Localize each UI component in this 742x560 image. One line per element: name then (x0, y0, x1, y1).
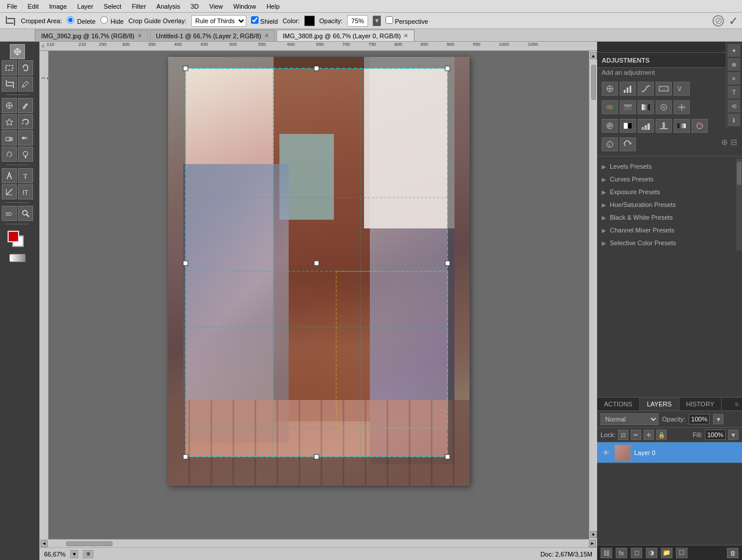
canvas-area[interactable] (49, 51, 589, 539)
opacity-arrow-btn[interactable]: ▼ (373, 16, 381, 26)
opacity-input[interactable] (347, 15, 368, 27)
quick-mask-mode[interactable] (9, 254, 26, 262)
preset-huesat[interactable]: ▶ Hue/Saturation Presets (597, 198, 742, 211)
text-tool[interactable]: T (18, 168, 33, 183)
crop-guide-dropdown[interactable]: Rule of Thirds (191, 15, 246, 27)
curves-btn[interactable] (638, 82, 654, 96)
panel-icon-6[interactable]: ℹ (728, 114, 740, 126)
menu-3d[interactable]: 3D (186, 2, 203, 11)
posterize-btn[interactable] (638, 119, 654, 133)
fill-value[interactable] (705, 430, 726, 440)
new-adj-layer-btn[interactable]: ◑ (646, 548, 657, 558)
tab-close-img3962[interactable]: ✕ (137, 32, 142, 39)
layer-visibility-btn[interactable]: 👁 (601, 448, 611, 458)
invert-btn[interactable] (620, 119, 636, 133)
delete-radio[interactable] (67, 16, 74, 24)
crop-tool[interactable] (2, 77, 17, 92)
zoom-icon[interactable]: ▼ (70, 550, 78, 558)
panel-icon-4[interactable]: T (728, 86, 740, 99)
tab-img3808[interactable]: IMG_3808.jpg @ 66,7% (Layer 0, RGB/8) ✕ (277, 30, 415, 41)
lock-position-btn[interactable]: ✛ (643, 430, 654, 440)
perspective-checkbox-label[interactable]: Perspective (385, 16, 428, 25)
preset-channelmixer[interactable]: ▶ Channel Mixer Presets (597, 224, 742, 237)
vibrance-btn[interactable]: V (674, 82, 690, 96)
blend-mode-select[interactable]: Normal (601, 413, 659, 425)
preset-exposure[interactable]: ▶ Exposure Presets (597, 186, 742, 198)
menu-window[interactable]: Window (229, 2, 261, 11)
eraser-tool[interactable] (2, 130, 17, 146)
selective-color-btn[interactable] (692, 119, 708, 133)
tab-close-untitled1[interactable]: ✕ (264, 32, 269, 39)
scroll-thumb[interactable] (591, 65, 596, 100)
menu-filter[interactable]: Filter (127, 2, 150, 11)
hide-radio-label[interactable]: Hide (100, 16, 124, 25)
confirm-crop-icon[interactable]: ✓ (729, 14, 739, 28)
scroll-track-h[interactable] (49, 541, 588, 547)
lasso-tool[interactable] (18, 60, 33, 75)
fit-to-screen-icon[interactable]: ⊞ (83, 550, 93, 558)
preset-levels[interactable]: ▶ Levels Presets (597, 160, 742, 173)
threshold-btn[interactable] (656, 119, 672, 133)
panel-icon-1[interactable]: ✦ (728, 44, 740, 57)
menu-image[interactable]: Image (45, 2, 72, 11)
menu-view[interactable]: View (205, 2, 228, 11)
shield-checkbox-label[interactable]: Shield (251, 16, 278, 25)
panel-icon-2[interactable]: ⊕ (728, 58, 740, 71)
preset-curves[interactable]: ▶ Curves Presets (597, 173, 742, 186)
marquee-tool[interactable] (2, 60, 17, 75)
scroll-down-btn[interactable]: ▼ (590, 531, 597, 538)
scroll-right-btn[interactable]: ► (589, 540, 596, 547)
tab-close-img3808[interactable]: ✕ (403, 32, 408, 39)
gradient-tool[interactable] (18, 130, 33, 146)
history-brush-tool[interactable] (18, 114, 33, 129)
gradient-map-btn[interactable] (674, 119, 690, 133)
opacity-value[interactable] (689, 414, 710, 424)
delete-radio-label[interactable]: Delete (67, 16, 96, 25)
menu-file[interactable]: File (2, 2, 22, 11)
brush-tool[interactable] (18, 98, 33, 113)
new-group-btn[interactable]: 📁 (661, 548, 672, 558)
panel-close-btn[interactable]: ≡ (732, 398, 742, 410)
opacity-arrow-small[interactable]: ▼ (713, 414, 723, 424)
dodge-tool[interactable] (18, 147, 33, 162)
heal-tool[interactable] (2, 98, 17, 113)
menu-edit[interactable]: Edit (23, 2, 43, 11)
vertical-scrollbar[interactable]: ▲ ▼ (589, 51, 597, 539)
add-mask-btn[interactable]: ◻ (631, 548, 642, 558)
eyedropper-tool[interactable] (18, 77, 33, 92)
move-tool[interactable] (10, 44, 25, 59)
panel-icon-5[interactable]: ⟲ (728, 100, 740, 112)
levels-btn[interactable] (620, 82, 636, 96)
bw-btn[interactable] (638, 100, 654, 114)
lock-transparent-btn[interactable]: ⊡ (618, 430, 628, 440)
tab-history[interactable]: HISTORY (679, 398, 722, 410)
exposure-btn[interactable] (656, 82, 672, 96)
color-lookup-btn[interactable] (602, 119, 618, 133)
lock-image-btn[interactable]: ✏ (631, 430, 641, 440)
type-tool[interactable]: IT (18, 184, 33, 199)
preset-bw[interactable]: ▶ Black & White Presets (597, 211, 742, 224)
menu-analysis[interactable]: Analysis (152, 2, 185, 11)
brightness-contrast-btn[interactable] (602, 82, 618, 96)
lock-all-btn[interactable]: 🔒 (656, 430, 667, 440)
add-style-btn[interactable]: fx (616, 548, 627, 558)
presets-scroll-thumb[interactable] (737, 162, 741, 185)
color-swatch[interactable] (304, 16, 315, 26)
foreground-color[interactable] (8, 231, 19, 242)
menu-layer[interactable]: Layer (72, 2, 98, 11)
horizontal-scrollbar[interactable]: ◄ ► (39, 539, 597, 547)
link-layers-btn[interactable]: ⛓ (601, 548, 612, 558)
hide-radio[interactable] (100, 16, 108, 24)
path-select-tool[interactable] (2, 184, 17, 199)
blur-tool[interactable] (2, 147, 17, 162)
photo-filter-btn[interactable] (656, 100, 672, 114)
scroll-thumb-h[interactable] (66, 541, 112, 546)
scroll-track[interactable] (591, 59, 596, 531)
clone-tool[interactable] (2, 114, 17, 129)
tab-layers[interactable]: LAYERS (640, 398, 679, 410)
collapse-adj-icon[interactable]: ⊟ (730, 137, 737, 151)
fill-arrow-small[interactable]: ▼ (728, 430, 739, 440)
tab-actions[interactable]: ACTIONS (597, 398, 640, 410)
scroll-up-btn[interactable]: ▲ (590, 52, 597, 59)
expand-adj-icon[interactable]: ⊕ (721, 137, 728, 151)
